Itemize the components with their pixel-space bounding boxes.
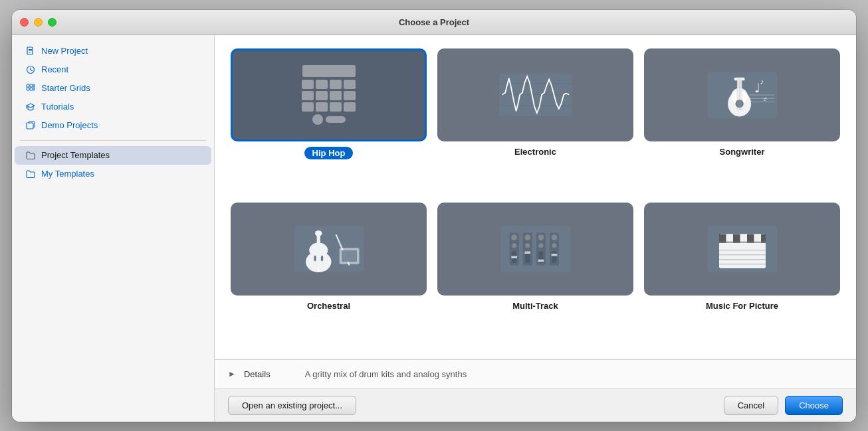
demo-projects-icon (25, 120, 36, 131)
orchestral-label: Orchestral (307, 301, 350, 311)
svg-rect-7 (27, 84, 29, 87)
pad-5 (302, 91, 314, 100)
sidebar-label-demo-projects: Demo Projects (41, 120, 98, 130)
svg-point-60 (538, 243, 543, 248)
sidebar-item-demo-projects[interactable]: Demo Projects (15, 116, 211, 135)
orchestral-cello-icon (292, 226, 366, 272)
main-content: Hip Hop (215, 35, 856, 422)
maximize-button[interactable] (48, 18, 56, 27)
template-thumb-music-for-picture (644, 203, 840, 296)
svg-rect-66 (552, 251, 556, 263)
window-controls (20, 18, 56, 27)
main-window: Choose a Project New Project (12, 10, 856, 422)
details-chevron-icon[interactable]: ► (228, 369, 236, 379)
sidebar-item-new-project[interactable]: New Project (15, 42, 211, 60)
svg-line-6 (31, 70, 33, 71)
my-templates-icon (25, 169, 36, 179)
details-bar: ► Details A gritty mix of drum kits and … (215, 359, 856, 388)
sidebar-item-project-templates[interactable]: Project Templates (15, 146, 211, 165)
svg-rect-11 (30, 88, 33, 90)
close-button[interactable] (20, 18, 29, 27)
music-for-picture-label: Music For Picture (706, 301, 778, 311)
svg-rect-57 (524, 251, 530, 254)
details-description: A gritty mix of drum kits and analog syn… (305, 369, 467, 379)
svg-point-64 (551, 234, 557, 240)
hiphop-controls (312, 114, 346, 125)
pad-3 (330, 80, 342, 89)
pad-2 (316, 80, 328, 89)
pad-9 (302, 102, 314, 112)
sidebar-label-new-project: New Project (41, 46, 88, 56)
svg-rect-67 (551, 254, 557, 256)
hiphop-pads (302, 80, 356, 112)
pad-6 (316, 91, 328, 100)
sidebar-label-starter-grids: Starter Grids (41, 83, 90, 93)
svg-text:♩: ♩ (754, 80, 760, 94)
new-project-icon (25, 46, 36, 56)
electronic-label: Electronic (514, 147, 556, 157)
svg-text:♬: ♬ (762, 95, 767, 102)
svg-point-41 (314, 255, 316, 261)
svg-point-49 (511, 234, 517, 240)
pad-8 (344, 91, 356, 100)
hip-hop-selected-badge: Hip Hop (304, 147, 354, 159)
svg-rect-9 (33, 84, 35, 87)
svg-rect-52 (511, 256, 517, 258)
template-item-songwriter[interactable]: ♩ ♪ ♬ Songwriter (644, 48, 840, 192)
pad-12 (344, 102, 356, 112)
svg-rect-39 (316, 234, 320, 250)
template-item-multi-track[interactable]: Multi-Track (437, 203, 633, 346)
template-thumb-multi-track (437, 203, 633, 296)
sidebar-label-my-templates: My Templates (41, 169, 94, 179)
template-item-electronic[interactable]: Electronic (437, 48, 633, 192)
open-existing-button[interactable]: Open an existing project... (228, 396, 356, 415)
template-item-hip-hop[interactable]: Hip Hop (231, 48, 427, 192)
pad-11 (330, 102, 342, 112)
sidebar-item-starter-grids[interactable]: Starter Grids (15, 79, 211, 98)
sidebar-label-tutorials: Tutorials (41, 102, 74, 112)
hiphop-btn (326, 116, 346, 123)
multi-track-label: Multi-Track (512, 301, 558, 311)
window-title: Choose a Project (399, 17, 469, 27)
sidebar: New Project Recent (12, 35, 215, 422)
tutorials-icon (25, 102, 36, 112)
hip-hop-label-wrap: Hip Hop (304, 147, 354, 159)
template-thumb-orchestral (231, 203, 427, 296)
svg-point-55 (525, 243, 530, 248)
pad-10 (316, 102, 328, 112)
minimize-button[interactable] (34, 18, 43, 27)
songwriter-label: Songwriter (720, 147, 765, 157)
svg-point-54 (524, 234, 530, 240)
sidebar-label-project-templates: Project Templates (41, 150, 110, 160)
cancel-button[interactable]: Cancel (724, 396, 778, 415)
pad-7 (330, 91, 342, 100)
sidebar-item-tutorials[interactable]: Tutorials (15, 98, 211, 116)
template-item-music-for-picture[interactable]: Music For Picture (644, 203, 840, 346)
multitrack-mixer-icon (499, 226, 572, 272)
pad-1 (302, 80, 314, 89)
songwriter-guitar-icon: ♩ ♪ ♬ (706, 72, 779, 118)
template-item-orchestral[interactable]: Orchestral (231, 203, 427, 346)
svg-rect-62 (538, 259, 544, 262)
hiphop-knob (312, 114, 323, 125)
starter-grids-icon (25, 83, 36, 94)
sidebar-label-recent: Recent (41, 64, 68, 74)
project-templates-icon (25, 150, 36, 161)
sidebar-separator (20, 140, 206, 141)
svg-point-40 (315, 230, 322, 236)
hiphop-screen (302, 65, 356, 77)
title-bar: Choose a Project (12, 10, 856, 35)
templates-grid: Hip Hop (215, 35, 856, 359)
svg-rect-45 (342, 250, 357, 262)
choose-button[interactable]: Choose (785, 396, 843, 415)
footer-left: Open an existing project... (228, 396, 356, 415)
sidebar-item-my-templates[interactable]: My Templates (15, 165, 211, 183)
svg-point-42 (320, 255, 323, 261)
template-thumb-electronic (437, 48, 633, 141)
pad-4 (344, 80, 356, 89)
footer-right: Cancel Choose (724, 396, 843, 415)
sidebar-item-recent[interactable]: Recent (15, 60, 211, 79)
svg-point-50 (512, 243, 516, 248)
hiphop-device-icon (302, 65, 356, 125)
template-thumb-hip-hop (231, 48, 427, 141)
